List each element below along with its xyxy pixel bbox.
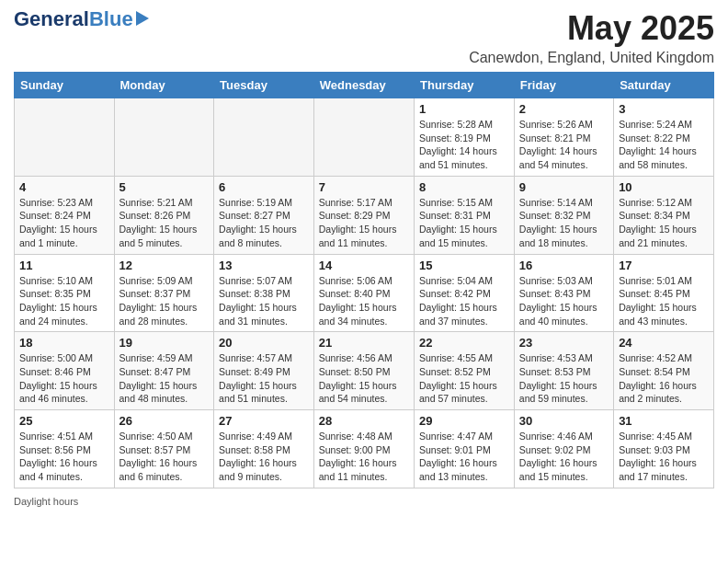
day-info: Sunrise: 4:49 AM Sunset: 8:58 PM Dayligh… [219,430,309,484]
calendar-cell [114,98,214,177]
calendar-cell: 19Sunrise: 4:59 AM Sunset: 8:47 PM Dayli… [114,332,214,410]
day-info: Sunrise: 5:10 AM Sunset: 8:35 PM Dayligh… [19,274,109,328]
day-number: 11 [19,259,109,272]
calendar-cell: 27Sunrise: 4:49 AM Sunset: 8:58 PM Dayli… [214,410,314,488]
day-number: 13 [219,259,309,272]
day-info: Sunrise: 4:57 AM Sunset: 8:49 PM Dayligh… [219,351,309,406]
calendar-week-4: 18Sunrise: 5:00 AM Sunset: 8:46 PM Dayli… [15,332,714,410]
day-number: 28 [319,414,409,428]
day-number: 21 [319,336,409,350]
title-block: May 2025 Canewdon, England, United Kingd… [469,9,714,66]
calendar-cell: 31Sunrise: 4:45 AM Sunset: 9:03 PM Dayli… [614,410,714,488]
calendar-cell [313,98,414,177]
day-number: 23 [519,336,609,350]
day-info: Sunrise: 5:17 AM Sunset: 8:29 PM Dayligh… [319,196,409,250]
page-header: General Blue May 2025 Canewdon, England,… [14,9,714,66]
day-number: 6 [219,180,309,194]
day-info: Sunrise: 4:51 AM Sunset: 8:56 PM Dayligh… [19,430,109,484]
calendar-header-row: SundayMondayTuesdayWednesdayThursdayFrid… [15,73,714,98]
daylight-label: Daylight hours [14,496,78,507]
calendar-cell: 28Sunrise: 4:48 AM Sunset: 9:00 PM Dayli… [313,410,414,488]
calendar-cell: 3Sunrise: 5:24 AM Sunset: 8:22 PM Daylig… [614,98,714,177]
logo-blue: Blue [89,9,133,29]
calendar-cell: 23Sunrise: 4:53 AM Sunset: 8:53 PM Dayli… [514,332,613,410]
day-number: 19 [119,336,210,350]
calendar-cell: 22Sunrise: 4:55 AM Sunset: 8:52 PM Dayli… [415,332,515,410]
day-info: Sunrise: 5:09 AM Sunset: 8:37 PM Dayligh… [119,274,210,328]
calendar-week-2: 4Sunrise: 5:23 AM Sunset: 8:24 PM Daylig… [15,176,714,254]
day-number: 8 [419,180,509,194]
day-number: 24 [619,336,709,350]
day-number: 1 [419,102,509,116]
day-number: 4 [19,180,109,194]
calendar-week-5: 25Sunrise: 4:51 AM Sunset: 8:56 PM Dayli… [15,410,714,488]
day-info: Sunrise: 5:01 AM Sunset: 8:45 PM Dayligh… [619,274,709,328]
calendar-week-3: 11Sunrise: 5:10 AM Sunset: 8:35 PM Dayli… [15,254,714,332]
calendar-header-thursday: Thursday [415,73,515,98]
day-info: Sunrise: 4:47 AM Sunset: 9:01 PM Dayligh… [419,430,509,484]
day-number: 17 [619,259,709,272]
day-number: 26 [119,414,210,428]
day-info: Sunrise: 4:48 AM Sunset: 9:00 PM Dayligh… [319,430,409,484]
calendar-cell: 30Sunrise: 4:46 AM Sunset: 9:02 PM Dayli… [514,410,613,488]
calendar-cell: 16Sunrise: 5:03 AM Sunset: 8:43 PM Dayli… [514,254,613,332]
calendar-cell [214,98,314,177]
day-number: 10 [619,180,709,194]
day-info: Sunrise: 5:21 AM Sunset: 8:26 PM Dayligh… [119,196,210,250]
day-number: 12 [119,259,210,272]
day-info: Sunrise: 4:46 AM Sunset: 9:02 PM Dayligh… [519,430,609,484]
day-number: 9 [519,180,609,194]
day-info: Sunrise: 4:53 AM Sunset: 8:53 PM Dayligh… [519,351,609,406]
logo-arrow-icon [136,11,149,26]
calendar-cell: 2Sunrise: 5:26 AM Sunset: 8:21 PM Daylig… [514,98,613,177]
calendar-cell: 9Sunrise: 5:14 AM Sunset: 8:32 PM Daylig… [514,176,613,254]
day-number: 27 [219,414,309,428]
day-number: 15 [419,259,509,272]
day-info: Sunrise: 4:59 AM Sunset: 8:47 PM Dayligh… [119,351,210,406]
day-number: 16 [519,259,609,272]
calendar-week-1: 1Sunrise: 5:28 AM Sunset: 8:19 PM Daylig… [15,98,714,177]
calendar-cell: 24Sunrise: 4:52 AM Sunset: 8:54 PM Dayli… [614,332,714,410]
calendar-cell: 11Sunrise: 5:10 AM Sunset: 8:35 PM Dayli… [15,254,115,332]
day-info: Sunrise: 4:56 AM Sunset: 8:50 PM Dayligh… [319,351,409,406]
day-info: Sunrise: 4:45 AM Sunset: 9:03 PM Dayligh… [619,430,709,484]
calendar-cell: 5Sunrise: 5:21 AM Sunset: 8:26 PM Daylig… [114,176,214,254]
calendar-cell: 26Sunrise: 4:50 AM Sunset: 8:57 PM Dayli… [114,410,214,488]
footer: Daylight hours [14,496,714,507]
day-info: Sunrise: 5:15 AM Sunset: 8:31 PM Dayligh… [419,196,509,250]
day-info: Sunrise: 5:00 AM Sunset: 8:46 PM Dayligh… [19,351,109,406]
day-number: 18 [19,336,109,350]
calendar-cell: 14Sunrise: 5:06 AM Sunset: 8:40 PM Dayli… [313,254,414,332]
day-info: Sunrise: 5:14 AM Sunset: 8:32 PM Dayligh… [519,196,609,250]
calendar-cell: 1Sunrise: 5:28 AM Sunset: 8:19 PM Daylig… [415,98,515,177]
calendar-cell: 20Sunrise: 4:57 AM Sunset: 8:49 PM Dayli… [214,332,314,410]
day-info: Sunrise: 5:04 AM Sunset: 8:42 PM Dayligh… [419,274,509,328]
day-info: Sunrise: 4:52 AM Sunset: 8:54 PM Dayligh… [619,351,709,406]
day-number: 25 [19,414,109,428]
calendar-cell: 21Sunrise: 4:56 AM Sunset: 8:50 PM Dayli… [313,332,414,410]
calendar-cell [15,98,115,177]
day-info: Sunrise: 5:06 AM Sunset: 8:40 PM Dayligh… [319,274,409,328]
calendar-header-tuesday: Tuesday [214,73,314,98]
day-number: 22 [419,336,509,350]
month-title: May 2025 [469,9,714,48]
calendar-cell: 29Sunrise: 4:47 AM Sunset: 9:01 PM Dayli… [415,410,515,488]
calendar-cell: 12Sunrise: 5:09 AM Sunset: 8:37 PM Dayli… [114,254,214,332]
calendar-cell: 7Sunrise: 5:17 AM Sunset: 8:29 PM Daylig… [313,176,414,254]
day-info: Sunrise: 5:28 AM Sunset: 8:19 PM Dayligh… [419,118,509,172]
day-number: 2 [519,102,609,116]
location-subtitle: Canewdon, England, United Kingdom [469,50,714,66]
calendar-header-wednesday: Wednesday [313,73,414,98]
calendar-cell: 17Sunrise: 5:01 AM Sunset: 8:45 PM Dayli… [614,254,714,332]
day-info: Sunrise: 4:50 AM Sunset: 8:57 PM Dayligh… [119,430,210,484]
calendar-cell: 13Sunrise: 5:07 AM Sunset: 8:38 PM Dayli… [214,254,314,332]
calendar-table: SundayMondayTuesdayWednesdayThursdayFrid… [14,72,714,488]
calendar-cell: 4Sunrise: 5:23 AM Sunset: 8:24 PM Daylig… [15,176,115,254]
calendar-cell: 18Sunrise: 5:00 AM Sunset: 8:46 PM Dayli… [15,332,115,410]
calendar-header-sunday: Sunday [15,73,115,98]
day-number: 5 [119,180,210,194]
logo-general: General [14,9,89,29]
calendar-cell: 8Sunrise: 5:15 AM Sunset: 8:31 PM Daylig… [415,176,515,254]
day-number: 20 [219,336,309,350]
calendar-header-monday: Monday [114,73,214,98]
